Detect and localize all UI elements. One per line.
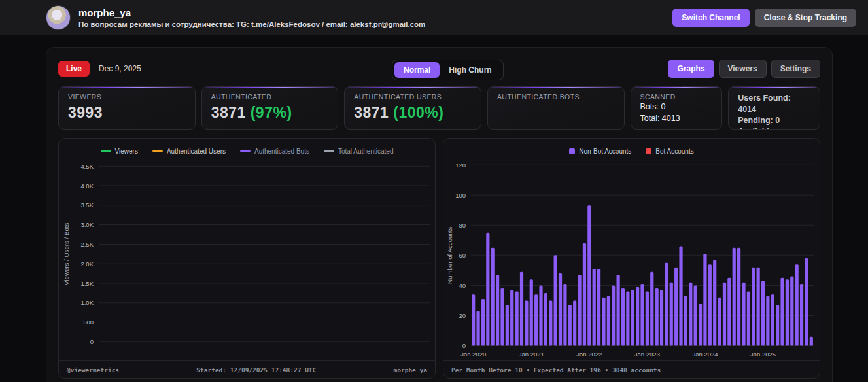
legend-label: Authenticated Bots [254, 148, 309, 155]
stat-card-label: AUTHENTICATED USERS [354, 93, 472, 101]
svg-text:Jan 2024: Jan 2024 [692, 351, 718, 358]
stat-card-percent: (97%) [251, 104, 292, 121]
legend-swatch [240, 150, 251, 152]
legend-item-authenticated-bots[interactable]: Authenticated Bots [240, 148, 309, 155]
bar-chart-footer: Per Month Before 10 • Expected After 196… [443, 360, 820, 378]
legend-label: Bot Accounts [655, 148, 693, 155]
stat-card-scanned: SCANNEDBots: 0Total: 4013 [631, 86, 723, 130]
line-chart-legend: ViewersAuthenticated UsersAuthenticated … [59, 139, 435, 160]
footer-channel-name: morphe_ya [394, 366, 427, 373]
footer-started-timestamp: Started: 12/09/2025 17:48:27 UTC [196, 366, 316, 373]
svg-text:Viewers / Users / Bots: Viewers / Users / Bots [63, 222, 70, 285]
stat-card-value: 3871 (97%) [211, 104, 329, 122]
stat-card-authenticated-users: AUTHENTICATED USERS3871 (100%) [344, 86, 481, 130]
svg-text:0: 0 [462, 342, 466, 349]
svg-text:4.5K: 4.5K [80, 163, 94, 170]
svg-text:120: 120 [455, 162, 466, 169]
stat-card-line: Total: 4013 [640, 113, 713, 124]
legend-item-total-authenticated[interactable]: Total Authenticated [324, 148, 394, 155]
stat-card-authenticated: AUTHENTICATED3871 (97%) [201, 86, 339, 130]
stat-card-value: 3871 (100%) [354, 104, 472, 122]
svg-text:2.5K: 2.5K [80, 241, 94, 248]
viewers-line-chart-panel: ViewersAuthenticated UsersAuthenticated … [58, 138, 436, 379]
svg-text:1.0K: 1.0K [80, 299, 94, 306]
view-button-graphs[interactable]: Graphs [668, 60, 714, 78]
legend-swatch [324, 150, 334, 152]
stream-status-group: Live Dec 9, 2025 [58, 61, 141, 77]
svg-text:Jan 2025: Jan 2025 [750, 351, 776, 358]
dashboard-panel: Live Dec 9, 2025 NormalHigh Churn Graphs… [46, 47, 833, 382]
channel-subtitle: По вопросам рекламы и сотрудничества: TG… [78, 20, 425, 28]
stat-card-percent: (100%) [393, 104, 443, 121]
channel-identity: morphe_ya По вопросам рекламы и сотрудни… [78, 7, 425, 28]
stat-card-line: Available: 3864/5000 [738, 126, 810, 130]
svg-text:20: 20 [459, 312, 466, 319]
svg-text:80: 80 [459, 222, 466, 229]
churn-mode-toggle: NormalHigh Churn [392, 60, 504, 80]
svg-text:3.0K: 3.0K [80, 221, 94, 228]
stat-card-line: Pending: 0 [738, 115, 810, 126]
legend-label: Total Authenticated [338, 148, 394, 155]
footer-watermark: @viewermetrics [67, 366, 119, 373]
svg-text:3.5K: 3.5K [80, 201, 94, 209]
svg-text:40: 40 [459, 282, 466, 289]
channel-username: morphe_ya [78, 7, 425, 19]
line-chart-plot: 4.5K4.0K3.5K3.0K2.5K2.0K1.5K1.0K5000View… [59, 160, 435, 360]
stat-card-line: Users Found: 4014 [738, 93, 810, 115]
legend-item-authenticated-users[interactable]: Authenticated Users [152, 148, 226, 155]
view-switch-group: GraphsViewersSettings [668, 60, 820, 78]
stat-card-viewers: VIEWERS3993 [58, 86, 196, 130]
accounts-bar-chart-panel: Non-Bot AccountsBot Accounts 02040608010… [443, 138, 820, 379]
stat-card-label: SCANNED [640, 93, 713, 101]
controls-row: Live Dec 9, 2025 NormalHigh Churn Graphs… [58, 61, 820, 78]
top-bar: morphe_ya По вопросам рекламы и сотрудни… [0, 0, 868, 36]
charts-row: ViewersAuthenticated UsersAuthenticated … [58, 138, 820, 379]
legend-label: Viewers [115, 148, 138, 155]
svg-text:Jan 2021: Jan 2021 [519, 351, 544, 358]
stat-card-value: 3993 [68, 104, 186, 122]
legend-swatch [569, 148, 575, 154]
legend-label: Authenticated Users [167, 148, 226, 155]
stat-card-label: AUTHENTICATED [211, 93, 329, 101]
stat-card-label: AUTHENTICATED BOTS [497, 93, 615, 101]
legend-item-viewers[interactable]: Viewers [101, 148, 138, 155]
line-chart-footer: @viewermetrics Started: 12/09/2025 17:48… [59, 360, 435, 378]
mode-option-high-churn[interactable]: High Churn [440, 62, 500, 78]
svg-text:Number of Accounts: Number of Accounts [446, 226, 453, 284]
bar-chart-legend: Non-Bot AccountsBot Accounts [443, 139, 820, 160]
svg-text:Jan 2022: Jan 2022 [576, 351, 602, 358]
svg-text:1.5K: 1.5K [80, 279, 94, 286]
svg-text:500: 500 [83, 319, 94, 326]
stat-cards-row: VIEWERS3993 AUTHENTICATED3871 (97%)AUTHE… [58, 86, 820, 130]
legend-item-non-bot-accounts[interactable]: Non-Bot Accounts [569, 148, 631, 155]
stream-date: Dec 9, 2025 [99, 64, 141, 73]
live-badge: Live [58, 61, 90, 77]
stat-card-line: Bots: 0 [640, 101, 713, 113]
bar-chart-plot: 020406080100120Jan 2020Jan 2021Jan 2022J… [443, 160, 820, 360]
switch-channel-button[interactable]: Switch Channel [672, 9, 749, 27]
stat-card-authenticated-bots: AUTHENTICATED BOTS [487, 86, 625, 130]
stat-card-summary: Users Found: 4014Pending: 0Available: 38… [728, 86, 820, 130]
channel-avatar [46, 5, 71, 30]
svg-text:Jan 2020: Jan 2020 [460, 351, 486, 358]
legend-swatch [646, 148, 651, 154]
view-button-viewers[interactable]: Viewers [719, 60, 767, 78]
legend-label: Non-Bot Accounts [579, 148, 631, 155]
stat-card-label: VIEWERS [68, 93, 186, 101]
svg-text:60: 60 [459, 252, 466, 259]
mode-option-normal[interactable]: Normal [394, 62, 440, 78]
svg-text:100: 100 [455, 192, 466, 199]
footer-stats-summary: Per Month Before 10 • Expected After 196… [451, 366, 661, 373]
svg-text:4.0K: 4.0K [80, 182, 94, 190]
legend-swatch [101, 150, 111, 152]
svg-text:2.0K: 2.0K [80, 260, 94, 268]
close-stop-tracking-button[interactable]: Close & Stop Tracking [755, 9, 856, 27]
topbar-actions: Switch Channel Close & Stop Tracking [672, 9, 856, 27]
legend-item-bot-accounts[interactable]: Bot Accounts [646, 148, 693, 155]
svg-text:Jan 2023: Jan 2023 [634, 351, 660, 358]
svg-text:0: 0 [90, 338, 94, 345]
legend-swatch [152, 150, 163, 152]
view-button-settings[interactable]: Settings [771, 60, 820, 78]
